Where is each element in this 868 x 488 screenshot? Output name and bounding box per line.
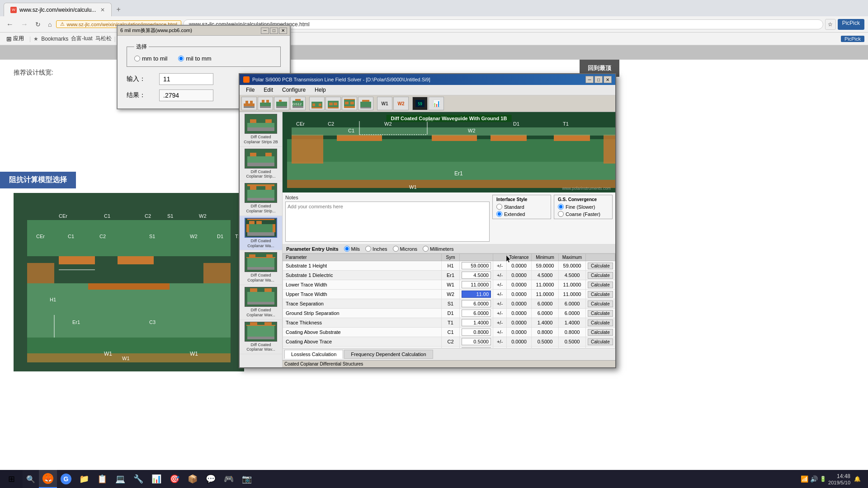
polar-close[interactable]: ✕ [604,76,612,83]
taskbar-game[interactable]: 🎮 [220,470,238,488]
bookmark-bookmarks[interactable]: Bookmarks [41,36,68,42]
bookmark-hefur[interactable]: 合富-luat [71,35,92,42]
left-item-7[interactable]: Diff CoatedCoplanar Wav... [240,320,282,355]
converter-close[interactable]: ✕ [279,28,287,34]
param-c1-input[interactable] [462,328,491,336]
tab-close[interactable]: ✕ [100,7,105,13]
home-button[interactable]: ⌂ [45,20,54,29]
microns-radio[interactable]: Microns [393,246,418,252]
param-c2-input[interactable] [462,338,491,345]
standard-radio[interactable]: Standard [496,204,547,210]
taskbar-picpick[interactable]: 📷 [238,470,256,488]
left-item-1[interactable]: Diff CoatedCoplanar Strips 2B [240,112,282,147]
param-s1-input[interactable] [462,300,491,307]
taskbar-wechat[interactable]: 💬 [202,470,220,488]
left-item-3[interactable]: Diff CoatedCoplanar Strip... [240,181,282,216]
param-t1-input[interactable] [462,319,491,326]
taskbar-excel[interactable]: 📊 [147,470,165,488]
converter-maximize[interactable]: □ [270,28,278,34]
toolbar-icon-2[interactable] [258,97,273,110]
back-button[interactable]: ← [4,19,16,29]
forward-button[interactable]: → [18,19,31,29]
param-h1-input[interactable] [462,262,491,269]
picpick-btn[interactable]: PicPick [838,19,864,30]
left-item-2[interactable]: Diff CoatedCoplanar Strip... [240,147,282,182]
left-item-5[interactable]: Diff CoatedCoplanar Wa... [240,250,282,285]
bookmark-masong[interactable]: 马松松 [95,35,112,42]
mil-to-mm-radio[interactable]: mil to mm [178,55,211,62]
left-item-4[interactable]: Diff CoatedCoplanar Wa... [240,216,282,251]
toolbar-icon-6[interactable] [326,97,341,110]
toolbar-icon-8[interactable] [358,97,373,110]
param-d1-input[interactable] [462,310,491,317]
svg-rect-70 [250,153,256,156]
taskbar-firefox[interactable]: 🦊 [39,470,57,488]
menu-help[interactable]: Help [310,86,330,94]
start-button[interactable]: ⊞ [0,470,23,488]
taskbar-notifications[interactable]: 🔔 [852,475,863,483]
tab-frequency-dependent[interactable]: Frequency Dependent Calculation [344,350,433,359]
extended-radio[interactable]: Extended [496,211,547,217]
toolbar-icon-1[interactable] [241,97,257,110]
bookmarks-star: ★ [33,36,38,42]
taskbar-app1[interactable]: 🎯 [165,470,184,488]
inches-radio[interactable]: Inches [365,246,387,252]
param-c1-calc-btn[interactable]: Calculate [588,329,613,336]
toolbar-icon-3[interactable] [274,97,289,110]
toolbar-icon-11[interactable]: S9 [412,97,428,110]
coarse-faster-radio[interactable]: Coarse (Faster) [558,211,609,217]
taskbar-notes[interactable]: 📋 [93,470,111,488]
polar-titlebar[interactable]: Polar Si9000 PCB Transmission Line Field… [240,74,615,85]
notes-textarea[interactable] [285,202,490,242]
converter-input[interactable] [159,73,213,85]
menu-edit[interactable]: Edit [259,86,278,94]
param-w1-input[interactable] [462,281,491,288]
toolbar-icon-4[interactable]: GS12 [290,97,306,110]
param-w2-input[interactable] [462,291,491,298]
toolbar-icon-7[interactable] [342,97,357,110]
toolbar-icon-10[interactable]: W2 [393,97,409,110]
param-c2-calc-btn[interactable]: Calculate [588,338,613,345]
browser-tab[interactable]: W www.sz-jlc.com/weixin/calculu... ✕ [4,3,112,16]
taskbar-computer[interactable]: 💻 [111,470,129,488]
taskbar-chrome[interactable]: G [57,470,75,488]
fine-slower-radio[interactable]: Fine (Slower) [558,204,609,210]
param-d1-calc-cell: Calculate [586,309,615,318]
picpick-bar-btn[interactable]: PicPick [841,36,864,42]
toolbar-icon-5[interactable] [309,97,325,110]
taskbar-app2[interactable]: 📦 [184,470,202,488]
new-tab-button[interactable]: + [112,3,125,16]
polar-maximize[interactable]: □ [594,76,603,83]
toolbar-icon-12[interactable]: 📊 [429,97,444,110]
converter-titlebar[interactable]: 6 mil mm换算器(www.pcb6.com) ─ □ ✕ [118,26,290,36]
param-s1-calc-btn[interactable]: Calculate [588,300,613,307]
menu-configure[interactable]: Configure [278,86,310,94]
param-er1-calc-btn[interactable]: Calculate [588,272,613,279]
param-t1-calc-btn[interactable]: Calculate [588,319,613,326]
param-h1-input-cell [460,261,493,271]
param-h1-label: Substrate 1 Height [283,261,442,271]
mils-radio[interactable]: Mils [344,246,360,252]
mm-to-mil-radio[interactable]: mm to mil [134,55,167,62]
param-er1-input[interactable] [462,272,491,279]
search-button[interactable]: 🔍 [23,470,39,488]
millimeters-radio[interactable]: Millimeters [423,246,454,252]
param-h1-calc-btn[interactable]: Calculate [588,263,613,269]
tab-lossless[interactable]: Lossless Calculation [284,350,343,359]
param-w1-calc-btn[interactable]: Calculate [588,282,613,288]
left-item-6[interactable]: Diff CoatedCoplanar Wav... [240,285,282,320]
toolbar-icon-1[interactable]: ☆ [825,19,836,30]
taskbar-file-explorer[interactable]: 📁 [75,470,93,488]
apps-btn[interactable]: ⊞ 应用 [4,34,27,43]
param-d1-calc-btn[interactable]: Calculate [588,310,613,317]
param-w2-calc-btn[interactable]: Calculate [588,291,613,298]
svg-rect-94 [247,292,274,302]
converter-minimize[interactable]: ─ [261,28,269,34]
param-c1-pm: +/- [493,328,507,337]
taskbar-settings[interactable]: 🔧 [129,470,147,488]
toolbar-icon-9[interactable]: W1 [377,97,392,110]
reload-button[interactable]: ↻ [33,20,43,29]
polar-minimize[interactable]: ─ [585,76,594,83]
svg-rect-74 [247,190,274,198]
menu-file[interactable]: File [241,86,259,94]
